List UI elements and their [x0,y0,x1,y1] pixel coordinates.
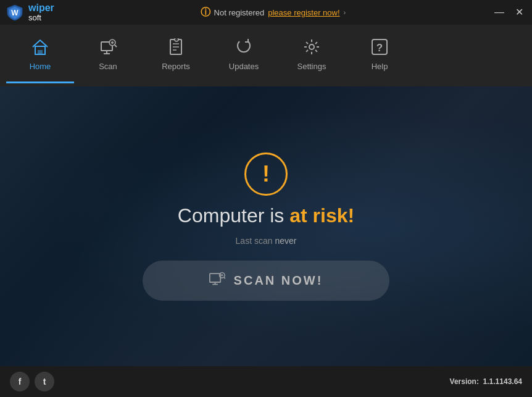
version-info: Version: 1.1.1143.64 [450,377,522,386]
reports-icon [168,38,184,58]
svg-text:?: ? [376,42,383,54]
title-bar: W wiper soft ⓘ Not registered please reg… [0,0,532,25]
minimize-button[interactable]: — [492,6,507,19]
settings-icon [302,38,321,58]
scan-now-label: SCAN NOW! [234,274,323,288]
app-logo-icon: W [6,4,23,21]
updates-icon [235,38,253,58]
status-title: Computer is at risk! [178,204,354,227]
status-text-prefix: Computer is [178,204,289,227]
nav-item-home[interactable]: Home [6,28,74,83]
window-controls: — ✕ [492,6,526,19]
facebook-button[interactable]: f [10,372,30,391]
logo-area: W wiper soft [6,2,54,22]
twitter-button[interactable]: t [35,372,54,391]
main-content: ! Computer is at risk! Last scan never [0,86,532,366]
social-links: f t [10,372,54,391]
warning-icon: ⓘ [201,6,210,19]
nav-item-updates[interactable]: Updates [210,28,278,83]
last-scan-info: Last scan never [236,236,297,246]
registration-notice: ⓘ Not registered please register now! › [201,6,346,19]
nav-label-home: Home [30,62,51,71]
status-risk-text: at risk! [289,204,354,227]
nav-label-reports: Reports [162,62,190,71]
not-registered-text: Not registered [214,8,265,17]
center-content: ! Computer is at risk! Last scan never [143,153,389,301]
nav-label-updates: Updates [229,62,259,71]
home-icon [31,38,49,58]
help-icon: ? [371,38,388,58]
svg-rect-2 [38,50,43,54]
nav-item-help[interactable]: ? Help [346,28,414,83]
svg-point-16 [309,44,314,49]
svg-line-8 [115,45,117,47]
last-scan-value: never [275,236,296,246]
close-button[interactable]: ✕ [513,6,526,19]
svg-text:W: W [11,9,19,17]
warning-circle: ! [244,153,288,196]
footer: f t Version: 1.1.1143.64 [0,366,532,397]
svg-line-24 [224,277,225,279]
scan-now-button[interactable]: SCAN NOW! [143,261,389,301]
nav-bar: Home Scan Rep [0,25,532,86]
nav-label-help: Help [372,62,388,71]
nav-item-reports[interactable]: Reports [142,28,210,83]
app-name: wiper soft [28,2,54,22]
nav-item-scan[interactable]: Scan [74,28,142,83]
last-scan-label: Last scan [236,236,273,246]
nav-item-settings[interactable]: Settings [278,28,346,83]
scan-icon [99,38,117,58]
reg-arrow-icon: › [344,9,346,16]
register-link[interactable]: please register now! [268,8,339,17]
svg-rect-19 [209,274,220,282]
nav-label-settings: Settings [297,62,326,71]
version-label: Version: [450,377,479,386]
svg-point-15 [175,38,178,41]
exclamation-icon: ! [262,163,270,185]
version-number: 1.1.1143.64 [483,377,522,386]
scan-button-icon [209,272,225,289]
nav-label-scan: Scan [99,62,117,71]
